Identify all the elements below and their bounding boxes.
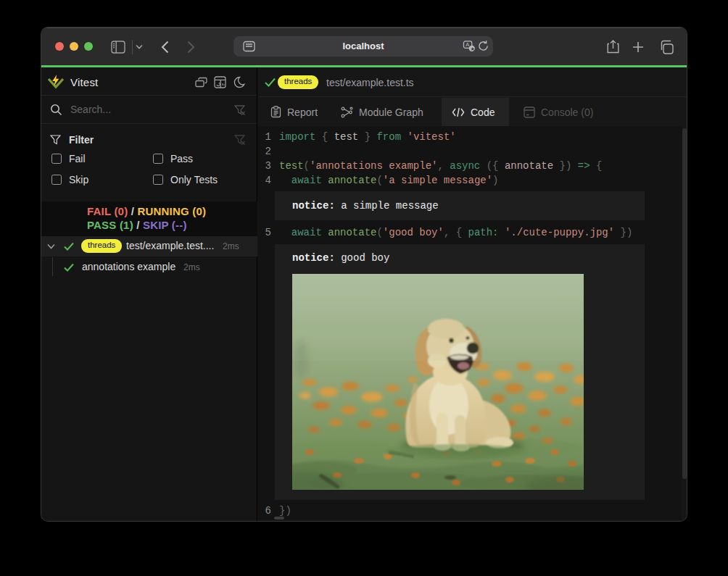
svg-text:A: A xyxy=(466,41,469,48)
svg-text:★: ★ xyxy=(471,46,475,51)
